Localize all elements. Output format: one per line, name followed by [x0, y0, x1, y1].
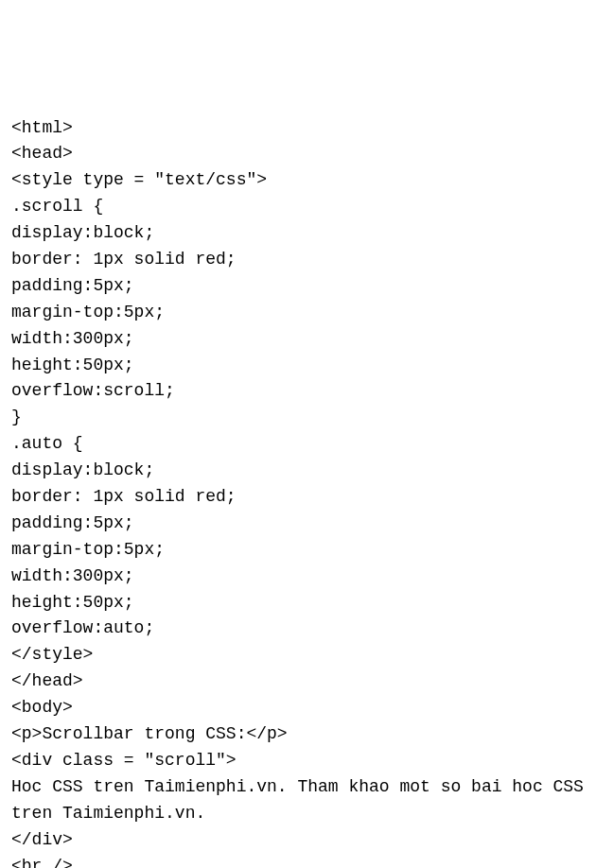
code-line: <p>Scrollbar trong CSS:</p> — [11, 724, 288, 743]
code-line: Hoc CSS tren Taimienphi.vn. Tham khao mo… — [11, 777, 594, 823]
code-line: margin-top:5px; — [11, 303, 165, 321]
code-line: .scroll { — [11, 197, 103, 216]
code-line: } — [11, 408, 22, 426]
code-line: <head> — [11, 144, 73, 163]
code-line: </div> — [11, 830, 73, 849]
code-block: <html> <head> <style type = "text/css"> … — [11, 115, 585, 868]
code-line: border: 1px solid red; — [11, 487, 237, 506]
code-line: <body> — [11, 698, 73, 717]
code-line: <br /> — [11, 857, 73, 869]
code-line: margin-top:5px; — [11, 540, 165, 559]
code-line: .auto { — [11, 434, 83, 453]
code-line: </style> — [11, 645, 93, 664]
code-line: width:300px; — [11, 329, 134, 348]
code-line: border: 1px solid red; — [11, 250, 237, 269]
code-line: <html> — [11, 118, 73, 137]
code-line: height:50px; — [11, 593, 134, 612]
code-line: display:block; — [11, 223, 154, 242]
code-line: width:300px; — [11, 566, 134, 585]
code-line: overflow:scroll; — [11, 381, 175, 400]
code-line: padding:5px; — [11, 513, 134, 532]
code-line: </head> — [11, 671, 83, 690]
code-line: <style type = "text/css"> — [11, 170, 267, 189]
code-line: overflow:auto; — [11, 618, 154, 637]
code-line: <div class = "scroll"> — [11, 751, 237, 770]
code-line: display:block; — [11, 460, 154, 479]
code-line: height:50px; — [11, 356, 134, 374]
code-line: padding:5px; — [11, 276, 134, 295]
